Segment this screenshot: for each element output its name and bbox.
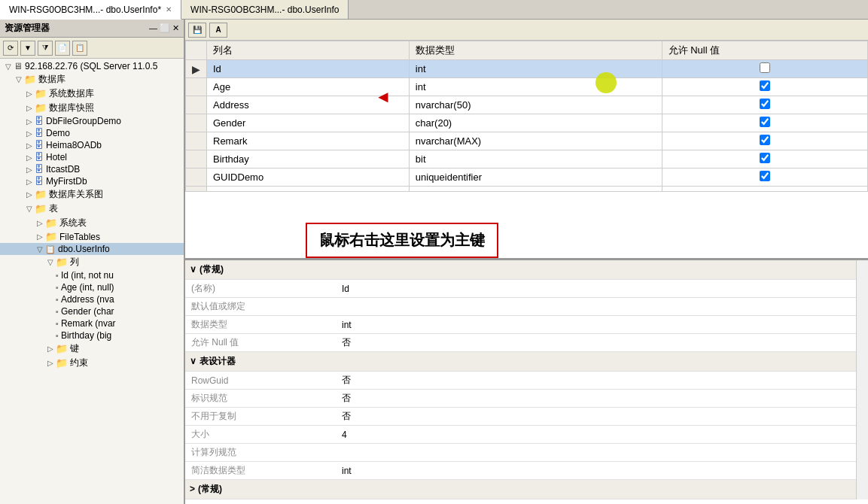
table-row: GUIDDemouniqueidentifier — [186, 169, 868, 187]
table-tool-a[interactable]: A — [209, 23, 227, 38]
grid-cell-allownull[interactable] — [662, 78, 867, 96]
grid-cell-allownull[interactable] — [662, 96, 867, 114]
grid-col-allownull-header: 允许 Null 值 — [662, 41, 867, 60]
tree-col-gender[interactable]: ▪ Gender (char — [0, 305, 184, 317]
grid-cell-datatype[interactable]: uniqueidentifier — [409, 169, 662, 187]
grid-cell-allownull[interactable] — [662, 132, 867, 150]
toolbar-btn-filter[interactable]: ⧩ — [38, 41, 53, 56]
snapshot-expand-icon: ▷ — [24, 104, 35, 112]
row-marker — [186, 78, 207, 96]
constraints-expand-icon: ▷ — [45, 359, 56, 367]
grid-cell-allownull[interactable] — [662, 114, 867, 132]
grid-marker-header — [186, 41, 207, 60]
allownull-checkbox[interactable] — [760, 171, 770, 181]
tree-hotel[interactable]: ▷ 🗄 Hotel — [0, 151, 184, 163]
props-value: 4 — [336, 426, 856, 444]
props-value: 否 — [336, 334, 856, 352]
tree-dbfilegroupdemo[interactable]: ▷ 🗄 DbFileGroupDemo — [0, 115, 184, 127]
grid-cell-datatype[interactable]: bit — [409, 150, 662, 169]
cursor-indicator — [595, 72, 617, 93]
props-label: 不用于复制 — [185, 408, 336, 426]
tree-columns-folder[interactable]: ▽ 📁 列 — [0, 255, 184, 269]
grid-cell-allownull[interactable] — [662, 169, 867, 187]
grid-cell-name[interactable] — [207, 187, 410, 192]
allownull-checkbox[interactable] — [760, 62, 770, 73]
tab-1-close[interactable]: ✕ — [166, 5, 172, 14]
allownull-checkbox[interactable] — [760, 117, 770, 127]
row-marker — [186, 96, 207, 114]
tab-1-label: WIN-RSG0OBC3HM...- dbo.UserInfo* — [9, 5, 161, 15]
tree-myfirstdb[interactable]: ▷ 🗄 MyFirstDb — [0, 175, 184, 187]
tree-sysdb[interactable]: ▷ 📁 系统数据库 — [0, 87, 184, 101]
tab-1[interactable]: WIN-RSG0OBC3HM...- dbo.UserInfo* ✕ — [0, 0, 181, 20]
allownull-checkbox[interactable] — [760, 99, 770, 109]
keys-label: 键 — [70, 342, 79, 355]
left-tree: ▽ 🖥 92.168.22.76 (SQL Server 11.0.5 ▽ 📁 … — [0, 59, 184, 504]
grid-cell-datatype[interactable]: nvarchar(50) — [409, 96, 662, 114]
systables-folder-icon: 📁 — [45, 217, 57, 229]
table-row: Remarknvarchar(MAX) — [186, 132, 868, 150]
grid-cell-datatype[interactable] — [409, 187, 662, 192]
columns-folder-expand-icon: ▽ — [45, 258, 56, 266]
tree-keys[interactable]: ▷ 📁 键 — [0, 342, 184, 356]
toolbar-btn-2[interactable]: ▼ — [20, 41, 35, 56]
grid-cell-name[interactable]: Gender — [207, 114, 410, 132]
tree-tables[interactable]: ▽ 📁 表 — [0, 202, 184, 216]
tree-filetables[interactable]: ▷ 📁 FileTables — [0, 230, 184, 243]
grid-cell-name[interactable]: Birthday — [207, 150, 410, 169]
props-value — [336, 444, 856, 462]
tree-snapshot[interactable]: ▷ 📁 数据库快照 — [0, 101, 184, 115]
grid-col-datatype-header: 数据类型 — [409, 41, 662, 60]
tree-demo[interactable]: ▷ 🗄 Demo — [0, 127, 184, 139]
left-panel-title: 资源管理器 — [5, 22, 50, 35]
allownull-checkbox[interactable] — [760, 135, 770, 145]
props-section-header[interactable]: >(常规) — [185, 480, 856, 499]
grid-cell-datatype[interactable]: int — [409, 60, 662, 78]
allownull-checkbox[interactable] — [760, 153, 770, 163]
col-age-icon: ▪ — [56, 283, 59, 292]
tree-heima8oadb[interactable]: ▷ 🗄 Heima8OADb — [0, 139, 184, 151]
tab-2[interactable]: WIN-RSG0OBC3HM...- dbo.UserInfo — [181, 0, 349, 19]
toolbar-btn-1[interactable]: ⟳ — [3, 41, 18, 56]
col-remark-icon: ▪ — [56, 319, 59, 328]
tree-systables[interactable]: ▷ 📁 系统表 — [0, 216, 184, 230]
toolbar-btn-3[interactable]: 📄 — [55, 41, 70, 56]
grid-cell-name[interactable]: Id — [207, 60, 410, 78]
dbrel-expand-icon: ▷ — [24, 190, 35, 199]
grid-cell-datatype[interactable]: int — [409, 78, 662, 96]
left-panel-toolbar: ⟳ ▼ ⧩ 📄 📋 — [0, 38, 184, 59]
tables-label: 表 — [49, 202, 58, 215]
grid-cell-datatype[interactable]: nvarchar(MAX) — [409, 132, 662, 150]
tree-col-id[interactable]: ▪ Id (int, not nu — [0, 269, 184, 281]
grid-cell-datatype[interactable]: char(20) — [409, 114, 662, 132]
dbrel-folder-icon: 📁 — [35, 189, 47, 200]
itcast-label: ItcastDB — [46, 164, 80, 175]
tree-dbrelation[interactable]: ▷ 📁 数据库关系图 — [0, 187, 184, 202]
grid-cell-name[interactable]: GUIDDemo — [207, 169, 410, 187]
props-label: (名称) — [185, 280, 336, 298]
toolbar-btn-4[interactable]: 📋 — [72, 41, 87, 56]
tree-server[interactable]: ▽ 🖥 92.168.22.76 (SQL Server 11.0.5 — [0, 60, 184, 72]
tree-col-address[interactable]: ▪ Address (nva — [0, 293, 184, 305]
allownull-checkbox[interactable] — [760, 80, 770, 91]
grid-cell-allownull[interactable] — [662, 187, 867, 192]
tree-col-remark[interactable]: ▪ Remark (nvar — [0, 317, 184, 329]
grid-cell-allownull[interactable] — [662, 60, 867, 78]
snapshot-label: 数据库快照 — [49, 102, 94, 114]
save-table-btn[interactable]: 💾 — [188, 23, 206, 38]
tree-col-birthday[interactable]: ▪ Birthday (big — [0, 329, 184, 342]
keys-expand-icon: ▷ — [45, 345, 56, 353]
grid-cell-name[interactable]: Remark — [207, 132, 410, 150]
props-section-header[interactable]: ∨表设计器 — [185, 352, 856, 372]
tree-databases[interactable]: ▽ 📁 数据库 — [0, 72, 184, 87]
tree-col-age[interactable]: ▪ Age (int, null) — [0, 281, 184, 293]
grid-cell-allownull[interactable] — [662, 150, 867, 169]
content-area: 资源管理器 — ⬜ ✕ ⟳ ▼ ⧩ 📄 📋 ▽ 🖥 92.168.22.76 (… — [0, 20, 868, 504]
scrollbar-right[interactable] — [856, 260, 868, 499]
props-section-header[interactable]: ∨(常规) — [185, 260, 856, 280]
sysdb-folder-icon: 📁 — [35, 88, 47, 99]
tables-expand-icon: ▽ — [24, 205, 35, 213]
tree-itcastdb[interactable]: ▷ 🗄 ItcastDB — [0, 163, 184, 175]
tree-userinfo[interactable]: ▽ 📋 dbo.UserInfo — [0, 243, 184, 255]
tree-constraints[interactable]: ▷ 📁 约束 — [0, 356, 184, 370]
